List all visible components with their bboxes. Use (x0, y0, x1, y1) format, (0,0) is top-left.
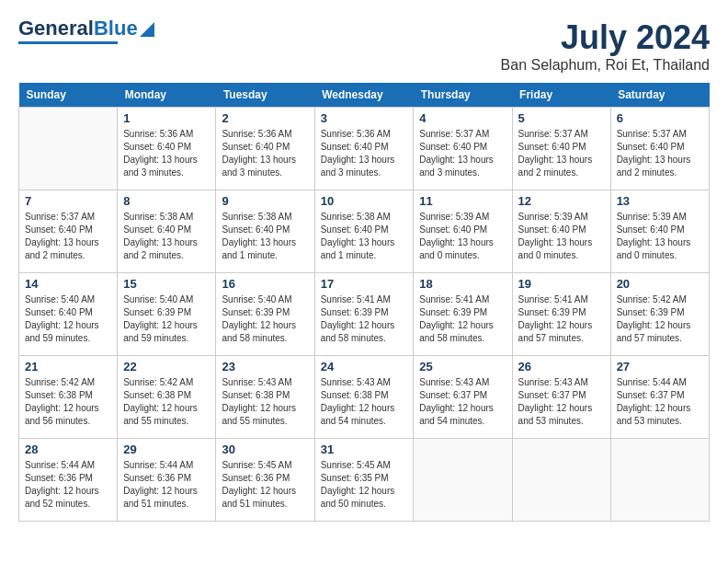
day-number: 9 (222, 194, 308, 208)
day-info: Sunrise: 5:39 AMSunset: 6:40 PMDaylight:… (617, 211, 703, 262)
table-row: 14Sunrise: 5:40 AMSunset: 6:40 PMDayligh… (19, 273, 118, 356)
day-info: Sunrise: 5:44 AMSunset: 6:36 PMDaylight:… (123, 459, 210, 511)
table-row: 26Sunrise: 5:43 AMSunset: 6:37 PMDayligh… (512, 356, 610, 439)
day-info: Sunrise: 5:37 AMSunset: 6:40 PMDaylight:… (419, 128, 506, 179)
table-row: 12Sunrise: 5:39 AMSunset: 6:40 PMDayligh… (512, 190, 610, 273)
day-info: Sunrise: 5:42 AMSunset: 6:38 PMDaylight:… (25, 376, 111, 428)
day-number: 27 (617, 360, 703, 373)
table-row: 15Sunrise: 5:40 AMSunset: 6:39 PMDayligh… (118, 273, 216, 356)
day-info: Sunrise: 5:45 AMSunset: 6:35 PMDaylight:… (321, 459, 408, 511)
day-info: Sunrise: 5:42 AMSunset: 6:38 PMDaylight:… (123, 376, 210, 428)
day-number: 1 (123, 111, 210, 125)
page-header: General Blue July 2024 Ban Selaphum, Roi… (18, 18, 710, 74)
table-row: 8Sunrise: 5:38 AMSunset: 6:40 PMDaylight… (118, 190, 216, 273)
day-number: 13 (617, 194, 703, 208)
header-sunday: Sunday (19, 83, 118, 108)
month-title: July 2024 (501, 18, 710, 57)
day-info: Sunrise: 5:40 AMSunset: 6:40 PMDaylight:… (25, 293, 111, 345)
day-number: 18 (419, 277, 506, 291)
table-row: 13Sunrise: 5:39 AMSunset: 6:40 PMDayligh… (610, 190, 709, 273)
title-area: July 2024 Ban Selaphum, Roi Et, Thailand (501, 18, 710, 74)
day-number: 30 (222, 442, 308, 456)
day-number: 26 (518, 360, 605, 373)
table-row (19, 108, 118, 190)
day-number: 31 (321, 442, 408, 456)
day-number: 4 (419, 111, 506, 125)
day-info: Sunrise: 5:43 AMSunset: 6:37 PMDaylight:… (419, 376, 506, 428)
day-number: 12 (518, 194, 605, 208)
day-number: 6 (617, 111, 703, 125)
table-row: 19Sunrise: 5:41 AMSunset: 6:39 PMDayligh… (512, 273, 610, 356)
day-number: 21 (25, 360, 111, 373)
table-row (414, 439, 512, 522)
day-number: 5 (518, 111, 605, 125)
calendar-week-row: 7Sunrise: 5:37 AMSunset: 6:40 PMDaylight… (19, 190, 710, 273)
table-row: 2Sunrise: 5:36 AMSunset: 6:40 PMDaylight… (216, 108, 314, 190)
day-number: 11 (419, 194, 506, 208)
day-info: Sunrise: 5:42 AMSunset: 6:39 PMDaylight:… (617, 293, 703, 345)
calendar-header-row: Sunday Monday Tuesday Wednesday Thursday… (19, 83, 710, 108)
day-number: 16 (222, 277, 308, 291)
table-row: 17Sunrise: 5:41 AMSunset: 6:39 PMDayligh… (314, 273, 414, 356)
logo-underline (18, 41, 118, 44)
table-row: 22Sunrise: 5:42 AMSunset: 6:38 PMDayligh… (118, 356, 216, 439)
table-row: 20Sunrise: 5:42 AMSunset: 6:39 PMDayligh… (610, 273, 709, 356)
day-number: 14 (25, 277, 111, 291)
day-info: Sunrise: 5:37 AMSunset: 6:40 PMDaylight:… (617, 128, 703, 179)
table-row: 10Sunrise: 5:38 AMSunset: 6:40 PMDayligh… (314, 190, 414, 273)
day-info: Sunrise: 5:38 AMSunset: 6:40 PMDaylight:… (321, 211, 408, 262)
calendar-week-row: 21Sunrise: 5:42 AMSunset: 6:38 PMDayligh… (19, 356, 710, 439)
header-thursday: Thursday (414, 83, 512, 108)
day-info: Sunrise: 5:44 AMSunset: 6:36 PMDaylight:… (25, 459, 111, 511)
day-number: 10 (321, 194, 408, 208)
calendar-week-row: 14Sunrise: 5:40 AMSunset: 6:40 PMDayligh… (19, 273, 710, 356)
day-info: Sunrise: 5:43 AMSunset: 6:38 PMDaylight:… (321, 376, 408, 428)
day-info: Sunrise: 5:36 AMSunset: 6:40 PMDaylight:… (123, 128, 210, 179)
day-number: 20 (617, 277, 703, 291)
day-number: 3 (321, 111, 408, 125)
day-number: 22 (123, 360, 210, 373)
table-row: 30Sunrise: 5:45 AMSunset: 6:36 PMDayligh… (216, 439, 314, 522)
table-row: 25Sunrise: 5:43 AMSunset: 6:37 PMDayligh… (414, 356, 512, 439)
calendar-week-row: 28Sunrise: 5:44 AMSunset: 6:36 PMDayligh… (19, 439, 710, 522)
table-row: 31Sunrise: 5:45 AMSunset: 6:35 PMDayligh… (314, 439, 414, 522)
day-number: 24 (321, 360, 408, 373)
calendar-week-row: 1Sunrise: 5:36 AMSunset: 6:40 PMDaylight… (19, 108, 710, 190)
day-info: Sunrise: 5:41 AMSunset: 6:39 PMDaylight:… (321, 293, 408, 345)
table-row: 5Sunrise: 5:37 AMSunset: 6:40 PMDaylight… (512, 108, 610, 190)
table-row: 28Sunrise: 5:44 AMSunset: 6:36 PMDayligh… (19, 439, 118, 522)
day-number: 23 (222, 360, 308, 373)
table-row (512, 439, 610, 522)
day-info: Sunrise: 5:38 AMSunset: 6:40 PMDaylight:… (123, 211, 210, 262)
day-number: 15 (123, 277, 210, 291)
location-title: Ban Selaphum, Roi Et, Thailand (501, 57, 710, 74)
table-row: 27Sunrise: 5:44 AMSunset: 6:37 PMDayligh… (610, 356, 709, 439)
day-info: Sunrise: 5:39 AMSunset: 6:40 PMDaylight:… (419, 211, 506, 262)
day-info: Sunrise: 5:45 AMSunset: 6:36 PMDaylight:… (222, 459, 308, 511)
logo-blue: Blue (94, 18, 138, 39)
logo: General Blue (18, 18, 110, 44)
day-number: 29 (123, 442, 210, 456)
day-number: 19 (518, 277, 605, 291)
day-info: Sunrise: 5:36 AMSunset: 6:40 PMDaylight:… (321, 128, 408, 179)
day-number: 25 (419, 360, 506, 373)
table-row (610, 439, 709, 522)
table-row: 24Sunrise: 5:43 AMSunset: 6:38 PMDayligh… (314, 356, 414, 439)
table-row: 29Sunrise: 5:44 AMSunset: 6:36 PMDayligh… (118, 439, 216, 522)
header-friday: Friday (512, 83, 610, 108)
day-number: 28 (25, 442, 111, 456)
day-info: Sunrise: 5:40 AMSunset: 6:39 PMDaylight:… (123, 293, 210, 345)
table-row: 3Sunrise: 5:36 AMSunset: 6:40 PMDaylight… (314, 108, 414, 190)
day-number: 7 (25, 194, 111, 208)
calendar-table: Sunday Monday Tuesday Wednesday Thursday… (18, 83, 710, 522)
table-row: 4Sunrise: 5:37 AMSunset: 6:40 PMDaylight… (414, 108, 512, 190)
logo-general: General (18, 18, 94, 39)
table-row: 21Sunrise: 5:42 AMSunset: 6:38 PMDayligh… (19, 356, 118, 439)
table-row: 23Sunrise: 5:43 AMSunset: 6:38 PMDayligh… (216, 356, 314, 439)
day-info: Sunrise: 5:41 AMSunset: 6:39 PMDaylight:… (518, 293, 605, 345)
day-info: Sunrise: 5:44 AMSunset: 6:37 PMDaylight:… (617, 376, 703, 428)
day-number: 2 (222, 111, 308, 125)
table-row: 18Sunrise: 5:41 AMSunset: 6:39 PMDayligh… (414, 273, 512, 356)
header-monday: Monday (118, 83, 216, 108)
day-info: Sunrise: 5:41 AMSunset: 6:39 PMDaylight:… (419, 293, 506, 345)
